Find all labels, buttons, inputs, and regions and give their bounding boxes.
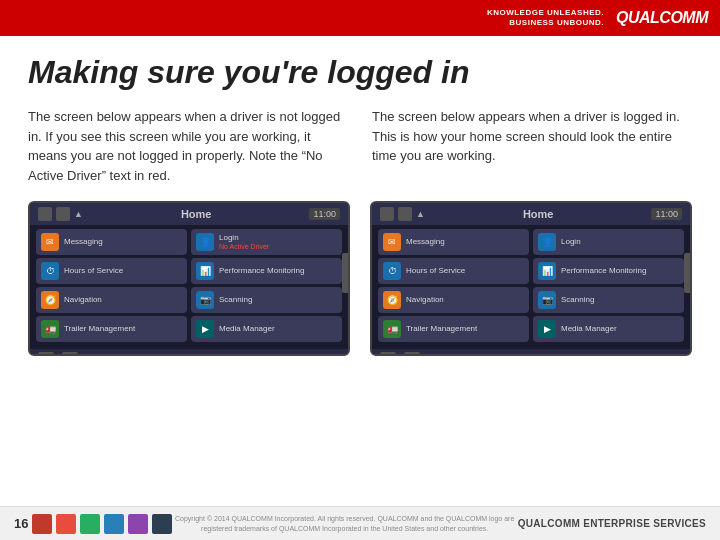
- trailer-btn-right[interactable]: 🚛 Trailer Management: [378, 316, 529, 342]
- footer: 16 Copyright © 2014 QUALCOMM Incorporate…: [0, 506, 720, 540]
- footer-sq-6: [152, 514, 172, 534]
- main-content: Making sure you're logged in The screen …: [0, 36, 720, 370]
- navigation-icon-right: 🧭: [383, 291, 401, 309]
- messaging-icon-left: ✉: [41, 233, 59, 251]
- menu-icon-right: [398, 207, 412, 221]
- trailer-label-right: Trailer Management: [406, 324, 477, 334]
- device-bottom-bar-right: ◀ 🌐: [372, 349, 690, 356]
- hours-icon-right: ⏱: [383, 262, 401, 280]
- footer-sq-4: [104, 514, 124, 534]
- navigation-label-right: Navigation: [406, 295, 444, 305]
- performance-icon-left: 📊: [196, 262, 214, 280]
- home-icon-left[interactable]: 🌐: [62, 352, 78, 356]
- scanning-btn-right[interactable]: 📷 Scanning: [533, 287, 684, 313]
- footer-sq-5: [128, 514, 148, 534]
- footer-squares: [32, 514, 172, 534]
- page-title: Making sure you're logged in: [28, 54, 692, 91]
- media-label-left: Media Manager: [219, 324, 275, 334]
- login-icon-left: 👤: [196, 233, 214, 251]
- login-btn-left[interactable]: 👤 Login No Active Driver: [191, 229, 342, 255]
- login-label-left: Login: [219, 233, 269, 243]
- device-top-bar-right: ▲ Home 11:00: [372, 203, 690, 225]
- media-btn-left[interactable]: ▶ Media Manager: [191, 316, 342, 342]
- menu-icon: [56, 207, 70, 221]
- navigation-label-left: Navigation: [64, 295, 102, 305]
- status-icons-left: ▲: [38, 207, 83, 221]
- back-icon-right[interactable]: ◀: [380, 352, 396, 356]
- hours-btn-right[interactable]: ⏱ Hours of Service: [378, 258, 529, 284]
- columns: The screen below appears when a driver i…: [28, 107, 692, 185]
- right-column-text: The screen below appears when a driver i…: [372, 107, 692, 185]
- performance-label-right: Performance Monitoring: [561, 266, 646, 276]
- wifi-icon-right: ▲: [416, 209, 425, 219]
- hours-label-left: Hours of Service: [64, 266, 123, 276]
- device-top-bar-left: ▲ Home 11:00: [30, 203, 348, 225]
- no-active-driver-label: No Active Driver: [219, 243, 269, 251]
- header-bar: KNOWLEDGE UNLEASHED. BUSINESS UNBOUND. Q…: [0, 0, 720, 36]
- signal-icon-right: [380, 207, 394, 221]
- messaging-btn-right[interactable]: ✉ Messaging: [378, 229, 529, 255]
- messaging-label-left: Messaging: [64, 237, 103, 247]
- messaging-btn-left[interactable]: ✉ Messaging: [36, 229, 187, 255]
- hours-icon-left: ⏱: [41, 262, 59, 280]
- footer-sq-3: [80, 514, 100, 534]
- login-label-right: Login: [561, 237, 581, 247]
- screenshots-row: ▲ Home 11:00 ✉ Messaging 👤 Login: [28, 201, 692, 356]
- navigation-btn-right[interactable]: 🧭 Navigation: [378, 287, 529, 313]
- scanning-icon-left: 📷: [196, 291, 214, 309]
- trailer-btn-left[interactable]: 🚛 Trailer Management: [36, 316, 187, 342]
- footer-brand: QUALCOMM ENTERPRISE SERVICES: [518, 518, 706, 529]
- media-label-right: Media Manager: [561, 324, 617, 334]
- navigation-btn-left[interactable]: 🧭 Navigation: [36, 287, 187, 313]
- home-label-left: Home: [181, 208, 212, 220]
- time-label-left: 11:00: [309, 208, 340, 220]
- performance-btn-right[interactable]: 📊 Performance Monitoring: [533, 258, 684, 284]
- footer-copyright: Copyright © 2014 QUALCOMM Incorporated. …: [175, 514, 515, 532]
- trailer-label-left: Trailer Management: [64, 324, 135, 334]
- performance-icon-right: 📊: [538, 262, 556, 280]
- nav-arrow-left[interactable]: ›: [342, 253, 350, 293]
- performance-label-left: Performance Monitoring: [219, 266, 304, 276]
- time-label-right: 11:00: [651, 208, 682, 220]
- navigation-icon-left: 🧭: [41, 291, 59, 309]
- device-screen-left: ▲ Home 11:00 ✉ Messaging 👤 Login: [28, 201, 350, 356]
- messaging-icon-right: ✉: [383, 233, 401, 251]
- status-icons-right: ▲: [380, 207, 425, 221]
- footer-sq-2: [56, 514, 76, 534]
- left-column-text: The screen below appears when a driver i…: [28, 107, 348, 185]
- login-btn-right[interactable]: 👤 Login: [533, 229, 684, 255]
- performance-btn-left[interactable]: 📊 Performance Monitoring: [191, 258, 342, 284]
- signal-icon: [38, 207, 52, 221]
- home-icon-right[interactable]: 🌐: [404, 352, 420, 356]
- hours-label-right: Hours of Service: [406, 266, 465, 276]
- nav-arrow-right[interactable]: ›: [684, 253, 692, 293]
- trailer-icon-right: 🚛: [383, 320, 401, 338]
- scanning-btn-left[interactable]: 📷 Scanning: [191, 287, 342, 313]
- page-number: 16: [14, 516, 28, 531]
- device-screen-right: ▲ Home 11:00 ✉ Messaging 👤 Login: [370, 201, 692, 356]
- qualcomm-logo: QUALCOMM: [616, 9, 708, 27]
- hours-btn-left[interactable]: ⏱ Hours of Service: [36, 258, 187, 284]
- scanning-icon-right: 📷: [538, 291, 556, 309]
- screen-content-left: ✉ Messaging 👤 Login No Active Driver ⏱: [30, 225, 348, 349]
- scanning-label-right: Scanning: [561, 295, 594, 305]
- screen-content-right: ✉ Messaging 👤 Login ⏱ Hours of Service: [372, 225, 690, 349]
- media-btn-right[interactable]: ▶ Media Manager: [533, 316, 684, 342]
- footer-sq-1: [32, 514, 52, 534]
- login-icon-right: 👤: [538, 233, 556, 251]
- scanning-label-left: Scanning: [219, 295, 252, 305]
- header-tagline: KNOWLEDGE UNLEASHED. BUSINESS UNBOUND.: [487, 8, 604, 29]
- messaging-label-right: Messaging: [406, 237, 445, 247]
- wifi-icon: ▲: [74, 209, 83, 219]
- trailer-icon-left: 🚛: [41, 320, 59, 338]
- home-label-right: Home: [523, 208, 554, 220]
- media-icon-right: ▶: [538, 320, 556, 338]
- device-bottom-bar-left: ◀ 🌐: [30, 349, 348, 356]
- media-icon-left: ▶: [196, 320, 214, 338]
- back-icon-left[interactable]: ◀: [38, 352, 54, 356]
